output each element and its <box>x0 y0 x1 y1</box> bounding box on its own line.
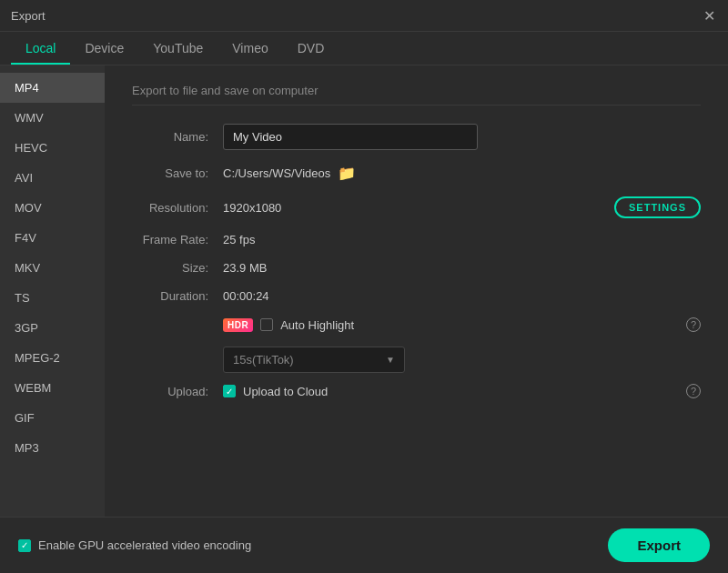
resolution-label: Resolution: <box>132 201 223 215</box>
panel-title: Export to file and save on computer <box>132 84 701 106</box>
export-panel: Export to file and save on computer Name… <box>105 65 728 517</box>
tab-device[interactable]: Device <box>70 32 138 65</box>
main-content: MP4 WMV HEVC AVI MOV F4V MKV TS 3GP MPEG… <box>0 65 728 517</box>
duration-value: 00:00:24 <box>223 289 701 303</box>
gpu-checkbox[interactable] <box>18 539 31 552</box>
format-mpeg2[interactable]: MPEG-2 <box>0 343 105 373</box>
autohighlight-text: Auto Highlight <box>280 318 679 332</box>
resolution-value: 1920x1080 <box>223 201 600 215</box>
tab-vimeo[interactable]: Vimeo <box>217 32 282 65</box>
format-list: MP4 WMV HEVC AVI MOV F4V MKV TS 3GP MPEG… <box>0 65 105 517</box>
settings-button[interactable]: SETTINGS <box>614 196 701 218</box>
gpu-label: Enable GPU accelerated video encoding <box>38 538 251 552</box>
resolution-value-row: 1920x1080 SETTINGS <box>223 196 701 218</box>
saveto-path: C:/Users/WS/Videos <box>223 166 330 180</box>
format-wmv[interactable]: WMV <box>0 103 105 133</box>
autohighlight-row: HDR Auto Highlight ? <box>132 317 701 332</box>
size-value: 23.9 MB <box>223 261 701 275</box>
tiktok-chevron-icon: ▼ <box>386 355 395 365</box>
upload-cloud-text: Upload to Cloud <box>243 385 679 398</box>
duration-label: Duration: <box>132 289 223 303</box>
tiktok-dropdown[interactable]: 15s(TikTok) ▼ <box>223 347 405 373</box>
upload-row: Upload: Upload to Cloud ? <box>132 384 701 398</box>
framerate-value: 25 fps <box>223 233 701 246</box>
framerate-row: Frame Rate: 25 fps <box>132 233 701 246</box>
size-label: Size: <box>132 261 223 275</box>
format-mov[interactable]: MOV <box>0 193 105 223</box>
window-title: Export <box>11 9 46 23</box>
tab-youtube[interactable]: YouTube <box>138 32 217 65</box>
title-bar: Export ✕ <box>0 0 728 32</box>
format-f4v[interactable]: F4V <box>0 223 105 253</box>
format-mp4[interactable]: MP4 <box>0 73 105 103</box>
framerate-label: Frame Rate: <box>132 233 223 246</box>
name-row: Name: <box>132 124 701 150</box>
upload-help-icon[interactable]: ? <box>686 384 701 398</box>
folder-icon[interactable]: 📁 <box>338 165 356 182</box>
tab-bar: Local Device YouTube Vimeo DVD <box>0 32 728 65</box>
autohighlight-help-icon[interactable]: ? <box>686 317 701 332</box>
upload-cloud-checkbox[interactable] <box>223 385 236 397</box>
format-3gp[interactable]: 3GP <box>0 313 105 343</box>
tiktok-dropdown-value: 15s(TikTok) <box>233 353 294 367</box>
name-label: Name: <box>132 130 223 144</box>
close-button[interactable]: ✕ <box>701 7 717 24</box>
resolution-row: Resolution: 1920x1080 SETTINGS <box>132 196 701 218</box>
export-button[interactable]: Export <box>608 528 710 562</box>
format-gif[interactable]: GIF <box>0 403 105 433</box>
autohighlight-checkbox[interactable] <box>260 318 273 331</box>
saveto-row: Save to: C:/Users/WS/Videos 📁 <box>132 165 701 182</box>
tab-local[interactable]: Local <box>11 32 70 65</box>
highlight-row: HDR Auto Highlight ? <box>223 317 701 332</box>
format-hevc[interactable]: HEVC <box>0 133 105 163</box>
hdr-badge: HDR <box>223 318 253 332</box>
tab-dvd[interactable]: DVD <box>283 32 339 65</box>
upload-label: Upload: <box>132 385 223 398</box>
format-avi[interactable]: AVI <box>0 163 105 193</box>
format-ts[interactable]: TS <box>0 283 105 313</box>
saveto-value-row: C:/Users/WS/Videos 📁 <box>223 165 701 182</box>
format-mkv[interactable]: MKV <box>0 253 105 283</box>
duration-row: Duration: 00:00:24 <box>132 289 701 303</box>
format-webm[interactable]: WEBM <box>0 373 105 403</box>
saveto-label: Save to: <box>132 166 223 180</box>
gpu-row: Enable GPU accelerated video encoding <box>18 538 251 552</box>
upload-value-row: Upload to Cloud ? <box>223 384 701 398</box>
bottom-bar: Enable GPU accelerated video encoding Ex… <box>0 517 728 573</box>
format-mp3[interactable]: MP3 <box>0 433 105 463</box>
size-row: Size: 23.9 MB <box>132 261 701 275</box>
name-input[interactable] <box>223 124 478 150</box>
